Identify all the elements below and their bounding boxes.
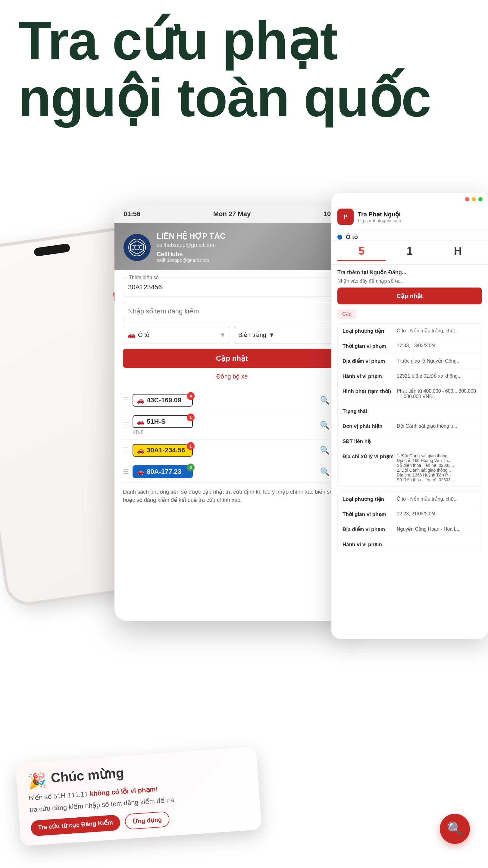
v-label: Địa điểm vi phạm <box>343 358 397 364</box>
window-minimize-dot[interactable] <box>472 197 476 201</box>
tab-radio[interactable] <box>337 235 342 240</box>
vehicle-type-select[interactable]: 🚗 Ô tô ▼ <box>123 326 230 344</box>
v-value <box>397 438 477 444</box>
stamp-input[interactable] <box>123 302 341 321</box>
plate-type-icon: 🚗 <box>137 468 144 475</box>
plate-badge-blue: 🚗 80A-177.23 0 <box>133 465 193 478</box>
plate-type-icon: 🚗 <box>137 418 144 425</box>
vehicle-list: ☰ 🚗 43C-169.09 4 🔍 🗑 ☰ 🚗 51H-S 1 KD-5 🔍 … <box>115 390 350 483</box>
plate-text: 80A-177.23 <box>147 468 181 475</box>
dropdown-arrow: ▼ <box>220 332 226 338</box>
drag-icon: ☰ <box>123 446 129 454</box>
svg-line-8 <box>130 244 135 246</box>
panel-header: P Tra Phạt Nguội https://phatnguoi.com <box>331 203 488 229</box>
tab-bar: Ô tô <box>331 229 488 241</box>
v-label: Địa chỉ xử lý vi phạm <box>343 453 397 482</box>
tab-oto-label[interactable]: Ô tô <box>346 234 358 241</box>
v-value: 12321.5.3.e.02.Đỗ xe không... <box>397 373 477 379</box>
panel-logo: P <box>337 209 354 225</box>
list-item: ☰ 🚗 30A1-234.56 1 🔍 🗑 <box>121 440 344 461</box>
window-maximize-dot[interactable] <box>478 197 483 201</box>
plate-text: 51H-S <box>147 418 165 426</box>
plate-input[interactable] <box>123 278 341 297</box>
avatar <box>124 234 151 261</box>
search-fab-icon: 🔍 <box>447 821 463 837</box>
source-note: Tra thêm tại Nguồn Đăng... <box>331 265 488 278</box>
v-label: Hành vi vi phạm <box>343 373 397 379</box>
plate-text: 30A1-234.56 <box>147 446 185 454</box>
v-value <box>397 541 477 548</box>
plate-input-group: Thêm biển số <box>123 278 341 297</box>
panel-url: https://phatnguoi.com <box>358 218 482 223</box>
violation-row: Loại phương tiện Ô tô - Nền mẫu trắng, c… <box>338 324 482 339</box>
v-value: Đội Cảnh sát giao thông tr... <box>397 423 477 430</box>
update-chip: Cập <box>337 309 356 319</box>
header-app-name: CellHubs <box>157 251 327 258</box>
action-ungdung[interactable]: Ứng dụng <box>124 811 170 830</box>
status-time: 01:56 <box>124 210 140 218</box>
svg-line-5 <box>139 249 144 250</box>
header-subtitle: cellhubsapp@gmail.com <box>157 242 327 248</box>
v-label: Đơn vị phát hiện <box>343 423 397 430</box>
v-label: Loại phương tiện <box>343 496 397 502</box>
tab-count-5[interactable]: 5 <box>337 245 386 261</box>
select-row: 🚗 Ô tô ▼ Biển trắng ▼ <box>123 326 341 344</box>
vehicle-type-label: Ô tô <box>138 332 150 338</box>
v-label: SĐT liên hệ <box>343 438 397 444</box>
notif-title: Chúc mừng <box>50 765 124 786</box>
form-area: Thêm biển số 🚗 Ô tô ▼ Biển trắng ▼ Cập n… <box>115 270 350 390</box>
search-fab[interactable]: 🔍 <box>440 814 470 844</box>
plate-badge-yellow: 🚗 30A1-234.56 1 <box>133 444 193 457</box>
v-value: 17:33, 13/03/2024 <box>397 343 477 349</box>
svg-point-2 <box>135 245 139 250</box>
status-bar: 01:56 Mon 27 May 100% <box>115 205 350 223</box>
search-vehicle-icon[interactable]: 🔍 <box>320 421 330 430</box>
v-label: Hành vi vi phạm <box>343 541 397 548</box>
status-date: Mon 27 May <box>213 210 251 218</box>
violation-row: SĐT liên hệ <box>338 434 482 449</box>
v-value: 12:23, 21/03/2024 <box>397 511 477 518</box>
hero-title-line1: Tra cứu phạt <box>18 12 470 69</box>
dropdown-arrow2: ▼ <box>269 332 275 338</box>
violation-row: Hành vi vi phạm <box>338 537 482 552</box>
notification-badge: 4 <box>187 392 195 400</box>
plate-color-select[interactable]: Biển trắng ▼ <box>234 326 341 344</box>
svg-line-7 <box>130 249 135 250</box>
search-vehicle-icon[interactable]: 🔍 <box>320 446 330 455</box>
list-item: ☰ 🚗 43C-169.09 4 🔍 🗑 <box>121 390 344 411</box>
search-vehicle-icon[interactable]: 🔍 <box>320 467 330 476</box>
violation-row: Trạng thái <box>338 404 482 419</box>
drag-icon: ☰ <box>123 396 129 404</box>
drag-icon: ☰ <box>123 421 129 429</box>
plate-color-label: Biển trắng <box>238 331 266 338</box>
panel-title-area: Tra Phạt Nguội https://phatnguoi.com <box>358 211 482 223</box>
v-label: Thời gian vi phạm <box>343 343 397 349</box>
window-close-dot[interactable] <box>465 197 469 201</box>
check-button[interactable]: Cập nhật <box>337 287 482 304</box>
update-button[interactable]: Cập nhật <box>123 349 341 368</box>
violation-card-2: Loại phương tiện Ô tô - Nền mẫu trắng, c… <box>337 492 482 552</box>
list-item: ☰ 🚗 80A-177.23 0 🔍 🗑 <box>121 461 344 483</box>
v-value: Phạt tiền từ 400.000 - 600... 800.000 - … <box>397 388 477 399</box>
violation-row: Đơn vị phát hiện Đội Cảnh sát giao thông… <box>338 419 482 434</box>
violation-row: Địa điểm vi phạm Trước giao lộ Nguyễn Cô… <box>338 354 482 369</box>
action-dangkiem[interactable]: Tra cứu từ cục Đăng Kiểm <box>30 815 121 837</box>
sync-link[interactable]: Đồng bộ xe <box>123 372 341 385</box>
notif-emoji: 🎉 <box>27 771 47 790</box>
v-label: Địa điểm vi phạm <box>343 526 397 532</box>
plate-type-icon: 🚗 <box>137 397 144 404</box>
v-label: Thời gian vi phạm <box>343 511 397 518</box>
v-value: Nguyễn Công Hoan - Hoa L... <box>397 526 477 532</box>
tab-count-h[interactable]: H <box>434 245 482 261</box>
notification-toast: 🎉 Chúc mừng Biển số 51H-111.11 không có … <box>15 747 261 846</box>
footer-note: Danh sách phương tiện sẽ được cập nhật t… <box>115 483 350 510</box>
violation-row: Hành vi vi phạm 12321.5.3.e.02.Đỗ xe khô… <box>338 369 482 384</box>
notif-text1: Biển số 51H-111.11 <box>29 790 90 802</box>
search-vehicle-icon[interactable]: 🔍 <box>320 396 330 405</box>
header-app-email: cellhubsapp@gmail.com <box>157 258 327 263</box>
v-value: 1. Đội Cảnh sát giao thôngĐịa chỉ: 160 H… <box>397 453 477 482</box>
plate-type-icon: 🚗 <box>137 447 144 454</box>
tab-count-1[interactable]: 1 <box>386 245 434 261</box>
vehicle-icon: 🚗 <box>127 331 135 339</box>
hero-title: Tra cứu phạt nguội toàn quốc <box>18 12 470 126</box>
